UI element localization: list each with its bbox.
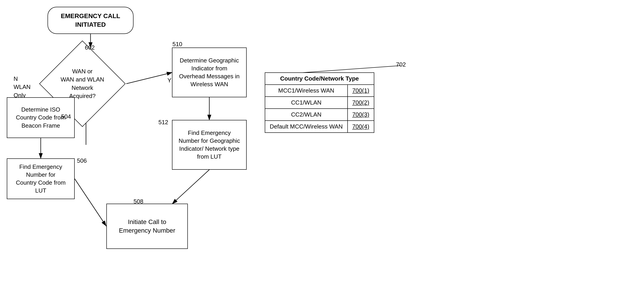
box-506-label: Find EmergencyNumber forCountry Code fro… (16, 163, 66, 194)
start-label: EMERGENCY CALL INITIATED (61, 12, 120, 29)
table-cell-label: CC1/WLAN (265, 96, 348, 108)
table-cell-link: 700(3) (348, 108, 374, 120)
table-cell-label: MCC1/Wireless WAN (265, 85, 348, 96)
arrows-svg (0, 0, 644, 298)
diagram: EMERGENCY CALL INITIATED WAN orWAN and W… (0, 0, 644, 298)
yes-label: Y (168, 77, 171, 84)
no-label: NWLANOnly (14, 75, 30, 99)
ref-508: 508 (134, 198, 143, 205)
table-header: Country Code/Network Type (265, 73, 374, 85)
table-cell-link: 700(1) (348, 85, 374, 96)
start-node: EMERGENCY CALL INITIATED (48, 7, 134, 34)
box-506: Find EmergencyNumber forCountry Code fro… (7, 158, 75, 199)
diamond-label: WAN orWAN and WLANNetworkAcquired? (42, 67, 122, 100)
table-row: Default MCC/Wireless WAN700(4) (265, 120, 374, 132)
table-row: MCC1/Wireless WAN700(1) (265, 85, 374, 96)
svg-line-7 (75, 179, 106, 226)
table-cell-label: Default MCC/Wireless WAN (265, 120, 348, 132)
box-508: Initiate Call toEmergency Number (106, 204, 188, 249)
ref-504: 504 (61, 113, 71, 120)
ref-506: 506 (77, 157, 87, 164)
box-512-label: Find EmergencyNumber for GeographicIndic… (178, 129, 240, 161)
box-510: Determine GeographicIndicator fromOverhe… (172, 48, 247, 97)
ref-602: 602 (85, 44, 94, 51)
table-row: CC1/WLAN700(2) (265, 96, 374, 108)
box-512: Find EmergencyNumber for GeographicIndic… (172, 120, 247, 170)
box-508-label: Initiate Call toEmergency Number (119, 218, 175, 235)
ref-510: 510 (172, 41, 182, 48)
box-510-label: Determine GeographicIndicator fromOverhe… (179, 56, 240, 88)
no-text: NWLANOnly (14, 75, 30, 99)
box-iso-label: Determine ISOCountry Code fromBeacon Fra… (16, 106, 66, 130)
ref-702: 702 (396, 61, 406, 68)
table-row: CC2/WLAN700(3) (265, 108, 374, 120)
table-cell-link: 700(2) (348, 96, 374, 108)
table-cell-link: 700(4) (348, 120, 374, 132)
lut-table: Country Code/Network Type MCC1/Wireless … (265, 72, 374, 133)
svg-line-4 (172, 170, 209, 204)
table-cell-label: CC2/WLAN (265, 108, 348, 120)
svg-line-2 (126, 72, 172, 84)
ref-512: 512 (158, 119, 168, 126)
